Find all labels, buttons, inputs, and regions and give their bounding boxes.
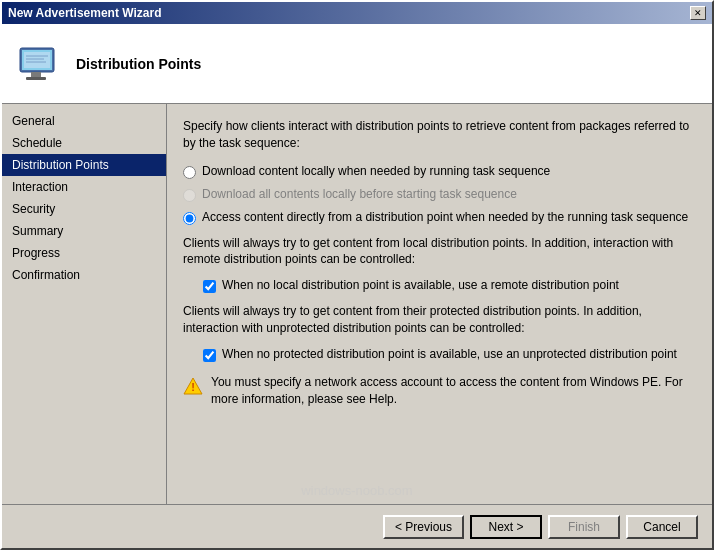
sidebar: General Schedule Distribution Points Int… — [2, 104, 167, 504]
sidebar-item-general[interactable]: General — [2, 110, 166, 132]
radio-option-3: Access content directly from a distribut… — [183, 210, 696, 225]
radio-download-locally-label[interactable]: Download content locally when needed by … — [202, 164, 550, 178]
checkbox-unprotected-dp-label[interactable]: When no protected distribution point is … — [222, 347, 677, 361]
svg-rect-3 — [26, 77, 46, 80]
radio-access-directly[interactable] — [183, 212, 196, 225]
checkbox-remote-dp-label[interactable]: When no local distribution point is avai… — [222, 278, 619, 292]
sidebar-item-schedule[interactable]: Schedule — [2, 132, 166, 154]
warning-box: ! You must specify a network access acco… — [183, 370, 696, 412]
radio-option-1: Download content locally when needed by … — [183, 164, 696, 179]
warning-text: You must specify a network access accoun… — [211, 374, 696, 408]
radio-download-all-locally[interactable] — [183, 189, 196, 202]
sidebar-item-interaction[interactable]: Interaction — [2, 176, 166, 198]
radio-access-directly-label[interactable]: Access content directly from a distribut… — [202, 210, 688, 224]
next-button[interactable]: Next > — [470, 515, 542, 539]
footer: < Previous Next > Finish Cancel — [2, 504, 712, 548]
sidebar-item-security[interactable]: Security — [2, 198, 166, 220]
cancel-button[interactable]: Cancel — [626, 515, 698, 539]
checkbox-option-2: When no protected distribution point is … — [203, 347, 696, 362]
checkbox-unprotected-dp[interactable] — [203, 349, 216, 362]
checkbox-option-1: When no local distribution point is avai… — [203, 278, 696, 293]
close-button[interactable]: ✕ — [690, 6, 706, 20]
content-area: General Schedule Distribution Points Int… — [2, 104, 712, 504]
radio-download-all-locally-label: Download all contents locally before sta… — [202, 187, 517, 201]
wizard-icon — [16, 40, 64, 88]
info-text-2: Clients will always try to get content f… — [183, 303, 696, 337]
sidebar-item-distribution-points[interactable]: Distribution Points — [2, 154, 166, 176]
title-bar-controls: ✕ — [690, 6, 706, 20]
main-window: New Advertisement Wizard ✕ Distribution … — [0, 0, 714, 550]
warning-icon: ! — [183, 376, 203, 396]
description-text: Specify how clients interact with distri… — [183, 118, 696, 152]
svg-rect-4 — [24, 52, 50, 68]
sidebar-item-progress[interactable]: Progress — [2, 242, 166, 264]
header-title: Distribution Points — [76, 56, 201, 72]
main-content: Specify how clients interact with distri… — [167, 104, 712, 504]
checkbox-remote-dp[interactable] — [203, 280, 216, 293]
svg-text:!: ! — [191, 381, 195, 393]
header-area: Distribution Points — [2, 24, 712, 104]
radio-option-2: Download all contents locally before sta… — [183, 187, 696, 202]
finish-button[interactable]: Finish — [548, 515, 620, 539]
sidebar-item-summary[interactable]: Summary — [2, 220, 166, 242]
previous-button[interactable]: < Previous — [383, 515, 464, 539]
title-bar: New Advertisement Wizard ✕ — [2, 2, 712, 24]
svg-rect-2 — [31, 72, 41, 77]
info-text-1: Clients will always try to get content f… — [183, 235, 696, 269]
window-title: New Advertisement Wizard — [8, 6, 162, 20]
radio-download-locally[interactable] — [183, 166, 196, 179]
sidebar-item-confirmation[interactable]: Confirmation — [2, 264, 166, 286]
